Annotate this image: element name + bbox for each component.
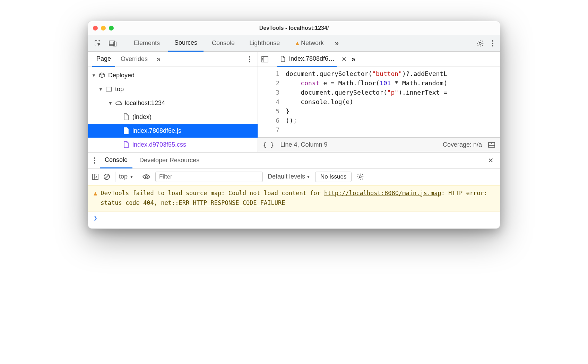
navigator-tabs: Page Overrides » bbox=[88, 52, 258, 67]
box-icon bbox=[98, 72, 105, 79]
line-number: 4 bbox=[258, 97, 279, 106]
coverage-status: Coverage: n/a bbox=[443, 141, 482, 148]
console-toolbar: top ▼ Default levels ▼ No Issues bbox=[88, 168, 500, 185]
tab-network-label: Network bbox=[301, 40, 324, 47]
line-number: 3 bbox=[258, 88, 279, 97]
tree-label: (index) bbox=[132, 113, 152, 121]
svg-rect-16 bbox=[93, 174, 98, 180]
console-sidebar-toggle-icon[interactable] bbox=[92, 174, 98, 180]
drawer-tab-console[interactable]: Console bbox=[100, 153, 132, 168]
svg-point-7 bbox=[249, 56, 250, 58]
pretty-print-icon[interactable]: { } bbox=[263, 141, 274, 148]
sources-panel: Page Overrides » ▼ Deployed ▼ bbox=[88, 52, 500, 152]
svg-point-4 bbox=[492, 40, 493, 42]
dropdown-triangle-icon: ▼ bbox=[306, 175, 310, 179]
issues-button[interactable]: No Issues bbox=[315, 172, 352, 182]
svg-rect-10 bbox=[106, 87, 112, 91]
tree-label: index.d9703f55.css bbox=[132, 141, 186, 148]
tree-file-css[interactable]: index.d9703f55.css bbox=[88, 138, 258, 151]
svg-point-9 bbox=[249, 61, 250, 62]
tab-elements[interactable]: Elements bbox=[128, 35, 166, 51]
disclosure-triangle-icon: ▼ bbox=[108, 101, 112, 106]
svg-point-19 bbox=[360, 176, 362, 178]
editor-tab-label: index.7808df6… bbox=[289, 55, 335, 62]
more-editor-tabs-icon[interactable]: » bbox=[352, 55, 355, 63]
inspect-element-icon[interactable] bbox=[92, 38, 104, 49]
svg-point-8 bbox=[249, 59, 250, 60]
close-tab-icon[interactable]: ✕ bbox=[340, 55, 348, 63]
navigator-pane: Page Overrides » ▼ Deployed ▼ bbox=[88, 52, 258, 152]
tree-file-index[interactable]: (index) bbox=[88, 110, 258, 124]
svg-rect-11 bbox=[262, 57, 268, 62]
cursor-position: Line 4, Column 9 bbox=[280, 141, 328, 148]
code-content: document.querySelector("button")?.addEve… bbox=[286, 67, 447, 137]
svg-point-15 bbox=[94, 162, 95, 164]
console-prompt[interactable]: ❯ bbox=[88, 211, 500, 228]
close-window-button[interactable] bbox=[93, 26, 98, 31]
warning-icon: ▲ bbox=[294, 40, 300, 47]
drawer: Console Developer Resources ✕ top ▼ Defa… bbox=[88, 152, 500, 228]
log-levels-selector[interactable]: Default levels ▼ bbox=[268, 173, 310, 180]
show-drawer-icon[interactable] bbox=[488, 142, 495, 148]
line-number: 7 bbox=[258, 125, 279, 135]
line-number: 6 bbox=[258, 116, 279, 125]
svg-point-6 bbox=[492, 45, 493, 46]
device-toolbar-icon[interactable] bbox=[106, 38, 119, 49]
console-settings-icon[interactable] bbox=[356, 173, 364, 181]
console-filter-input[interactable] bbox=[155, 172, 263, 182]
tree-label: Deployed bbox=[108, 72, 135, 79]
tree-file-js[interactable]: index.7808df6e.js bbox=[88, 124, 258, 138]
frame-icon bbox=[105, 86, 112, 93]
editor-tabs: index.7808df6… ✕ » bbox=[258, 52, 500, 67]
cloud-icon bbox=[115, 99, 122, 106]
more-nav-tabs-icon[interactable]: » bbox=[153, 55, 163, 63]
context-selector[interactable]: top ▼ bbox=[115, 172, 137, 182]
svg-point-5 bbox=[492, 43, 493, 44]
line-gutter: 1 2 3 4 5 6 7 bbox=[258, 67, 286, 137]
document-icon bbox=[123, 141, 130, 148]
console-messages: ▲ DevTools failed to load source map: Co… bbox=[88, 185, 500, 228]
file-tree: ▼ Deployed ▼ top ▼ bbox=[88, 67, 258, 152]
svg-point-13 bbox=[94, 157, 95, 159]
source-map-link[interactable]: http://localhost:8080/main.js.map bbox=[324, 190, 441, 197]
tab-network[interactable]: ▲ Network bbox=[288, 35, 330, 51]
minimize-window-button[interactable] bbox=[101, 26, 106, 31]
code-editor[interactable]: 1 2 3 4 5 6 7 document.querySelector("bu… bbox=[258, 67, 500, 137]
dropdown-triangle-icon: ▼ bbox=[130, 175, 133, 179]
settings-icon[interactable] bbox=[474, 37, 487, 49]
line-number: 1 bbox=[258, 69, 279, 78]
tab-lighthouse[interactable]: Lighthouse bbox=[243, 35, 286, 51]
tree-node-top[interactable]: ▼ top bbox=[88, 82, 258, 96]
document-icon bbox=[123, 127, 130, 134]
document-icon bbox=[279, 55, 286, 62]
drawer-tabs: Console Developer Resources ✕ bbox=[88, 153, 500, 168]
close-drawer-icon[interactable]: ✕ bbox=[485, 156, 496, 165]
kebab-menu-icon[interactable] bbox=[489, 38, 496, 49]
tree-label: top bbox=[115, 86, 124, 93]
clear-console-icon[interactable] bbox=[103, 173, 110, 180]
nav-tab-page[interactable]: Page bbox=[92, 52, 115, 67]
drawer-menu-icon[interactable] bbox=[92, 157, 98, 164]
drawer-tab-devres[interactable]: Developer Resources bbox=[135, 153, 204, 168]
tab-console[interactable]: Console bbox=[206, 35, 241, 51]
line-number: 2 bbox=[258, 78, 279, 88]
toggle-navigator-icon[interactable] bbox=[261, 56, 268, 62]
tree-label: localhost:1234 bbox=[125, 99, 165, 107]
navigator-menu-icon[interactable] bbox=[246, 56, 253, 63]
window-controls bbox=[93, 26, 114, 31]
tab-sources[interactable]: Sources bbox=[168, 35, 204, 52]
tree-node-deployed[interactable]: ▼ Deployed bbox=[88, 68, 258, 82]
console-warning-message: ▲ DevTools failed to load source map: Co… bbox=[88, 185, 500, 211]
zoom-window-button[interactable] bbox=[109, 26, 114, 31]
svg-point-18 bbox=[145, 176, 147, 178]
disclosure-triangle-icon: ▼ bbox=[92, 73, 96, 78]
editor-tab[interactable]: index.7808df6… bbox=[277, 52, 337, 67]
warning-icon: ▲ bbox=[94, 188, 97, 208]
tree-node-host[interactable]: ▼ localhost:1234 bbox=[88, 96, 258, 110]
tree-label: index.7808df6e.js bbox=[132, 127, 181, 135]
nav-tab-overrides[interactable]: Overrides bbox=[116, 52, 152, 67]
devtools-window: DevTools - localhost:1234/ Elements Sour… bbox=[88, 21, 500, 229]
editor-statusbar: { } Line 4, Column 9 Coverage: n/a bbox=[258, 137, 500, 152]
more-tabs-icon[interactable]: » bbox=[332, 37, 341, 49]
live-expression-icon[interactable] bbox=[142, 174, 150, 180]
